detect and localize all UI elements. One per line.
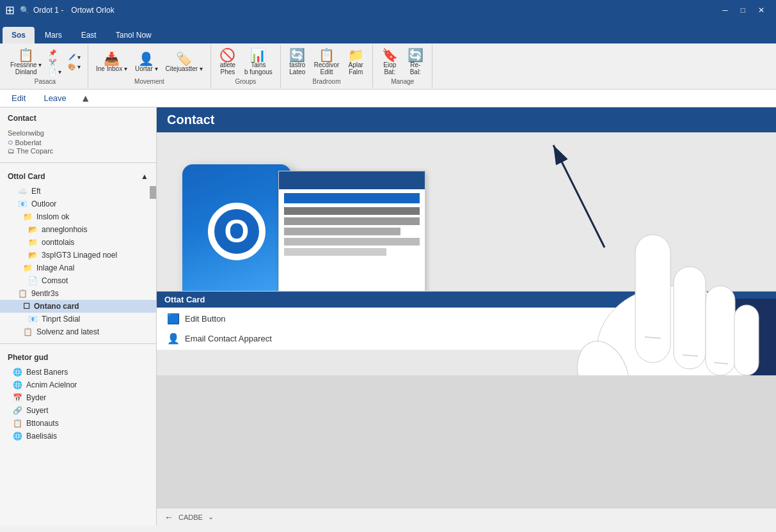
sidebar-item-comsot[interactable]: 📄 Comsot (0, 274, 156, 287)
minimize-button[interactable]: ─ (716, 6, 734, 15)
outlook-folder-icon: O (182, 164, 291, 299)
sidebar-item-solvenz[interactable]: 📋 Solvenz and latest (0, 325, 156, 338)
windows-icon: ⊞ (5, 3, 15, 17)
ribbon-btn-aplar[interactable]: 📁 Aplar Falm (344, 47, 367, 77)
status-tab-icon: ⌄ (208, 513, 214, 521)
edit-button[interactable]: Edit (8, 92, 29, 104)
ribbon-btn-cut[interactable]: ✂️ (47, 58, 63, 66)
status-text: CADBE (178, 513, 203, 521)
sidebar-item-inslom[interactable]: 📁 Inslom ok (0, 210, 156, 223)
contact-heading: Contact (167, 113, 214, 127)
sidebar-contact-section: Contact Seelonwibg ○ Boberlat 🗂 The Copa… (0, 107, 156, 160)
outlook-card-section: Ottat Card 🟦 Edit Button 👤 Email Contact… (157, 291, 776, 350)
sidebar-item-suyert[interactable]: 🔗 Suyert (0, 404, 156, 417)
sidebar-item-eft[interactable]: ☁️ Eft (0, 185, 156, 198)
contact-edit-button-row[interactable]: 🟦 Edit Button (157, 308, 776, 330)
outlook-o-circle: O (208, 203, 265, 260)
sidebar-item-ontano-card[interactable]: ☐ Ontano card (0, 300, 156, 313)
tab-sos[interactable]: Sos (3, 27, 35, 43)
close-button[interactable]: ✕ (752, 6, 771, 15)
app-title-2: Ortowt Orlok (71, 6, 716, 15)
doc-line-4 (284, 238, 420, 246)
ribbon-group-movement: 📥 Ine Inbox ▾ 👤 Uortar ▾ 🏷️ Citejuastter… (88, 45, 211, 88)
sidebar-item-3spigt3[interactable]: 📂 3spIGT3 Linaged noel (0, 249, 156, 262)
maximize-button[interactable]: □ (734, 6, 752, 15)
doc-header (279, 171, 425, 189)
content-area: Contact O (157, 107, 776, 526)
app-title-1: Ordot 1 - (33, 6, 63, 15)
ribbon-btn-eiop[interactable]: 🔖 Eiop Bat: (378, 47, 401, 77)
sidebar-item-acnim[interactable]: 🌐 Acnim Acielnor (0, 379, 156, 391)
ribbon-group-bradroom: 🔄 tastro Lateo 📋 Recdivor Editt 📁 Aplar … (281, 45, 373, 88)
sidebar-item-outloor[interactable]: 📧 Outloor (0, 198, 156, 210)
ribbon-group-label-pasaca: Pasaca (35, 78, 56, 85)
status-bar: ← CADBE ⌄ (157, 508, 776, 526)
ribbon-btn-tastro[interactable]: 🔄 tastro Lateo (286, 47, 309, 77)
sidebar-item-9entlr3s[interactable]: 📋 9entlr3s (0, 287, 156, 300)
ribbon-btn-uortar[interactable]: 👤 Uortar ▾ (132, 51, 161, 74)
ribbon-btn-re[interactable]: 🔄 Re- Bal: (404, 47, 427, 77)
contact-body: O (157, 132, 776, 375)
ribbon-group-pasaca: 📋 Fressnne ▾ Dinland 📌 ✂️ 📄 ▾ 🖊️ ▾ 🎨 ▾ P… (3, 45, 88, 88)
sidebar-contact-info: Seelonwibg ○ Boberlat 🗂 The Coparc (0, 127, 156, 157)
svg-line-10 (683, 355, 698, 356)
collapse-icon[interactable]: ▲ (81, 93, 91, 104)
ribbon-btn-copy[interactable]: 📄 ▾ (47, 68, 63, 76)
email-action-icon: 👤 (167, 332, 180, 345)
ribbon-btn-fill[interactable]: 🎨 ▾ (66, 63, 83, 71)
sidebar-item-inlage[interactable]: 📁 Inlage Anal (0, 262, 156, 274)
back-icon[interactable]: ← (164, 512, 173, 522)
doc-preview-card (278, 171, 425, 292)
sidebar-section-ottol: Ottol Card ▲ ☁️ Eft 📧 Outloor 📁 Inslom o… (0, 166, 156, 341)
ribbon-group-groups: 🚫 atlete Phes 📊 Tains b fungous Groups (211, 45, 281, 88)
sidebar-item-tinprt[interactable]: 📧 Tinprt Sdial (0, 313, 156, 325)
ribbon-btn-inbox[interactable]: 📥 Ine Inbox ▾ (93, 51, 130, 74)
search-icon[interactable]: 🔍 (20, 6, 29, 15)
doc-line-5 (284, 248, 386, 256)
sidebar-phetor-header[interactable]: Phetor gud (0, 349, 156, 366)
ribbon-group-label-movement: Movement (134, 78, 164, 85)
sidebar-item-oonttolais[interactable]: 📁 oonttolais (0, 236, 156, 249)
sidebar-ottol-header[interactable]: Ottol Card ▲ (0, 168, 156, 185)
edit-bar: Edit Leave ▲ (0, 90, 776, 107)
ribbon-bar: 📋 Fressnne ▾ Dinland 📌 ✂️ 📄 ▾ 🖊️ ▾ 🎨 ▾ P… (0, 43, 776, 90)
ribbon-group-manage: 🔖 Eiop Bat: 🔄 Re- Bal: Manage (373, 45, 432, 88)
sidebar: Contact Seelonwibg ○ Boberlat 🗂 The Copa… (0, 107, 157, 526)
sidebar-section-phetor: Phetor gud 🌐 Best Baners 🌐 Acnim Acielno… (0, 347, 156, 445)
ribbon-tabs: Sos Mars East Tanol Now (0, 20, 776, 43)
contact-title-bar: Contact (157, 107, 776, 132)
ribbon-group-label-bradroom: Bradroom (313, 78, 341, 85)
tab-mars[interactable]: Mars (36, 27, 71, 43)
ribbon-btn-atlete[interactable]: 🚫 atlete Phes (216, 47, 239, 77)
ribbon-group-label-groups: Groups (235, 78, 256, 85)
sidebar-item-bttonauts[interactable]: 📋 Bttonauts (0, 417, 156, 430)
sidebar-item-anneglonhois[interactable]: 📂 anneglonhois (0, 223, 156, 236)
edit-action-icon: 🟦 (167, 313, 180, 325)
tab-tanol[interactable]: Tanol Now (107, 27, 161, 43)
ribbon-btn-fressnne[interactable]: 📋 Fressnne ▾ Dinland (8, 47, 44, 77)
doc-line-3 (284, 228, 400, 235)
doc-blue-bar (284, 193, 420, 203)
svg-line-11 (714, 363, 728, 364)
ribbon-btn-recdivor[interactable]: 📋 Recdivor Editt (312, 47, 342, 77)
tab-east[interactable]: East (72, 27, 106, 43)
leave-button[interactable]: Leave (40, 92, 70, 104)
contact-email-row[interactable]: 👤 Email Contact Apparect (157, 330, 776, 350)
sidebar-contact-header: Contact (0, 110, 156, 127)
outlook-card-title-bar: Ottat Card (157, 292, 776, 308)
ribbon-btn-pin[interactable]: 📌 (47, 49, 63, 57)
doc-line-2 (284, 217, 420, 225)
title-bar: ⊞ 🔍 Ordot 1 - Ortowt Orlok ─ □ ✕ (0, 0, 776, 20)
main-layout: Contact Seelonwibg ○ Boberlat 🗂 The Copa… (0, 107, 776, 526)
sidebar-item-best-baners[interactable]: 🌐 Best Baners (0, 366, 156, 379)
ribbon-btn-format[interactable]: 🖊️ ▾ (66, 53, 83, 61)
sidebar-item-byder[interactable]: 📅 Byder (0, 391, 156, 404)
ribbon-group-label-manage: Manage (391, 78, 414, 85)
doc-line-1 (284, 207, 420, 215)
svg-line-1 (553, 145, 605, 247)
sidebar-item-baelisais[interactable]: 🌐 Baelisáis (0, 430, 156, 442)
ribbon-btn-tains[interactable]: 📊 Tains b fungous (242, 47, 275, 77)
ribbon-btn-citejuastter[interactable]: 🏷️ Citejuastter ▾ (163, 51, 205, 74)
